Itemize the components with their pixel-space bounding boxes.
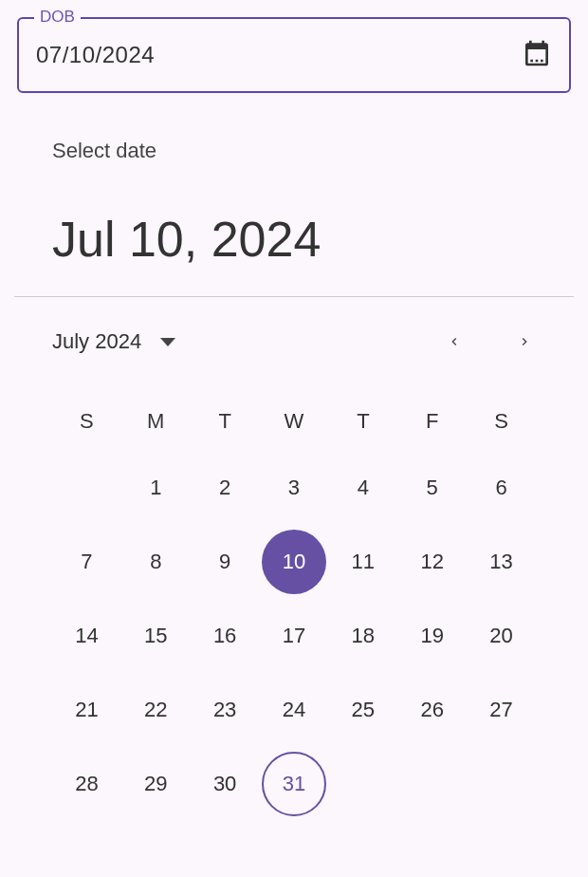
- next-month-button[interactable]: [513, 330, 536, 353]
- day-cell-20[interactable]: 20: [469, 604, 534, 668]
- day-cell-22[interactable]: 22: [123, 678, 188, 742]
- prev-month-button[interactable]: [443, 330, 466, 353]
- day-cell-15[interactable]: 15: [123, 604, 188, 668]
- day-cell-25[interactable]: 25: [331, 678, 395, 742]
- day-cell-31[interactable]: 31: [262, 752, 326, 816]
- chevron-right-icon: [517, 334, 532, 349]
- day-cell-4[interactable]: 4: [331, 456, 395, 520]
- day-cell-23[interactable]: 23: [193, 678, 257, 742]
- dob-input-field[interactable]: 07/10/2024: [17, 17, 571, 93]
- calendar-grid: SMTWTFS123456789101112131415161718192021…: [52, 392, 536, 821]
- empty-day-cell: [54, 456, 119, 520]
- day-cell-8[interactable]: 8: [123, 530, 188, 594]
- weekday-header: S: [52, 392, 121, 451]
- day-cell-13[interactable]: 13: [469, 530, 534, 594]
- day-cell-10[interactable]: 10: [262, 530, 326, 594]
- day-cell-11[interactable]: 11: [331, 530, 395, 594]
- day-cell-9[interactable]: 9: [193, 530, 257, 594]
- dropdown-arrow-icon: [160, 338, 175, 346]
- weekday-header: T: [328, 392, 397, 451]
- day-cell-26[interactable]: 26: [400, 678, 465, 742]
- month-year-selector[interactable]: July 2024: [52, 329, 175, 354]
- day-cell-6[interactable]: 6: [469, 456, 534, 520]
- weekday-header: T: [191, 392, 260, 451]
- day-cell-18[interactable]: 18: [331, 604, 395, 668]
- dob-field-label: DOB: [34, 8, 81, 27]
- day-cell-7[interactable]: 7: [54, 530, 119, 594]
- day-cell-24[interactable]: 24: [262, 678, 326, 742]
- day-cell-5[interactable]: 5: [400, 456, 465, 520]
- day-cell-1[interactable]: 1: [123, 456, 188, 520]
- weekday-header: S: [467, 392, 536, 451]
- day-cell-19[interactable]: 19: [400, 604, 465, 668]
- month-year-label: July 2024: [52, 329, 141, 354]
- weekday-header: M: [121, 392, 191, 451]
- day-cell-29[interactable]: 29: [123, 752, 188, 816]
- chevron-left-icon: [447, 334, 462, 349]
- day-cell-30[interactable]: 30: [193, 752, 257, 816]
- day-cell-28[interactable]: 28: [54, 752, 119, 816]
- select-date-prompt: Select date: [52, 139, 536, 163]
- date-picker-panel: Select date Jul 10, 2024 July 2024 SMTWT…: [0, 110, 588, 821]
- weekday-header: F: [397, 392, 467, 451]
- day-cell-14[interactable]: 14: [54, 604, 119, 668]
- day-cell-3[interactable]: 3: [262, 456, 326, 520]
- weekday-header: W: [260, 392, 329, 451]
- day-cell-17[interactable]: 17: [262, 604, 326, 668]
- day-cell-21[interactable]: 21: [54, 678, 119, 742]
- calendar-icon[interactable]: [522, 38, 552, 72]
- day-cell-16[interactable]: 16: [193, 604, 257, 668]
- day-cell-12[interactable]: 12: [400, 530, 465, 594]
- day-cell-27[interactable]: 27: [469, 678, 534, 742]
- selected-date-display: Jul 10, 2024: [52, 211, 536, 296]
- day-cell-2[interactable]: 2: [193, 456, 257, 520]
- dob-input-value: 07/10/2024: [36, 42, 155, 68]
